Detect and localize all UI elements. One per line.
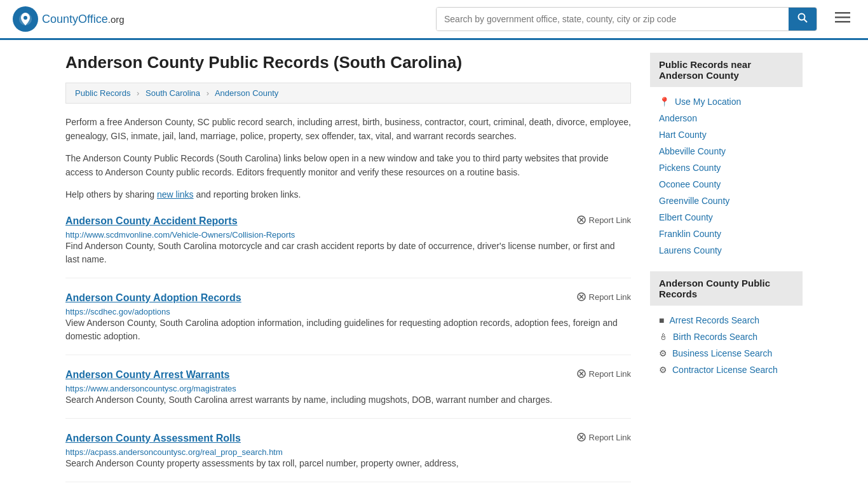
public-record-link-item[interactable]: ⚙ Business License Search [650,345,803,362]
breadcrumb-separator-2: › [207,88,209,98]
record-entry: Anderson County Assessment Rolls Report … [65,433,631,482]
new-links-link[interactable]: new links [157,189,194,200]
record-title[interactable]: Anderson County Accident Reports [65,215,238,227]
page-container: Anderson County Public Records (South Ca… [53,40,815,488]
svg-point-1 [24,16,27,20]
share-description: Help others by sharing new links and rep… [65,187,631,201]
report-link-button[interactable]: Report Link [577,215,631,225]
record-description: Search Anderson County, South Carolina a… [65,393,631,407]
nearby-links-list: AndersonHart CountyAbbeville CountyPicke… [650,110,803,259]
record-description: Search Anderson County property assessme… [65,457,631,470]
public-record-link-item[interactable]: ⚙ Contractor License Search [650,362,803,378]
breadcrumb-separator-1: › [137,88,139,98]
record-entry: Anderson County Accident Reports Report … [65,215,631,278]
site-logo[interactable]: CountyOffice.org [13,6,125,32]
public-records-section: Anderson County Public Records ■ Arrest … [650,271,803,378]
report-link-button[interactable]: Report Link [577,292,631,302]
svg-rect-5 [835,17,850,18]
breadcrumb-anderson-county[interactable]: Anderson County [215,88,278,98]
nearby-link[interactable]: Franklin County [659,229,721,239]
record-url[interactable]: https://www.andersoncountysc.org/magistr… [65,384,236,393]
location-icon: 📍 [659,97,670,107]
nearby-link[interactable]: Elbert County [659,212,713,222]
report-icon [577,215,586,224]
public-record-link[interactable]: Birth Records Search [673,332,757,342]
menu-button[interactable] [830,8,855,30]
sidebar: Public Records near Anderson County 📍 Us… [650,53,803,482]
public-records-title: Anderson County Public Records [650,271,803,306]
editors-description: The Anderson County Public Records (Sout… [65,151,631,180]
search-icon [797,13,808,23]
svg-point-2 [799,14,805,20]
page-title: Anderson County Public Records (South Ca… [65,53,631,72]
public-records-list: ■ Arrest Records Search 🕯 Birth Records … [650,312,803,378]
hamburger-icon [835,12,850,24]
intro-description: Perform a free Anderson County, SC publi… [65,115,631,144]
nearby-link[interactable]: Oconee County [659,179,721,189]
main-content: Anderson County Public Records (South Ca… [65,53,631,482]
record-url[interactable]: https://acpass.andersoncountysc.org/real… [65,447,283,457]
nearby-link[interactable]: Hart County [659,130,707,140]
logo-text: CountyOffice.org [42,13,125,26]
record-entry: Anderson County Adoption Records Report … [65,292,631,355]
report-link-button[interactable]: Report Link [577,433,631,442]
record-url[interactable]: http://www.scdmvonline.com/Vehicle-Owner… [65,230,295,240]
nearby-link[interactable]: Abbeville County [659,146,726,156]
report-icon [577,292,586,301]
record-entry: Anderson County Arrest Warrants Report L… [65,369,631,419]
record-title[interactable]: Anderson County Adoption Records [65,292,241,304]
site-header: CountyOffice.org [0,0,868,40]
search-button[interactable] [789,8,817,30]
public-record-link[interactable]: Contractor License Search [672,365,778,375]
record-type-icon: 🕯 [659,332,668,342]
use-my-location-item[interactable]: 📍 Use My Location [650,93,803,110]
breadcrumb: Public Records › South Carolina › Anders… [65,83,631,104]
breadcrumb-public-records[interactable]: Public Records [75,88,130,98]
nearby-section: Public Records near Anderson County 📍 Us… [650,53,803,259]
search-input[interactable] [437,8,789,30]
nearby-link-item[interactable]: Oconee County [650,176,803,193]
nearby-link-item[interactable]: Anderson [650,110,803,126]
record-type-icon: ⚙ [659,365,667,375]
record-description: View Anderson County, South Carolina ado… [65,316,631,343]
nearby-link[interactable]: Pickens County [659,163,721,173]
nearby-link-item[interactable]: Abbeville County [650,143,803,159]
logo-icon [13,6,38,32]
record-type-icon: ■ [659,315,664,325]
report-icon [577,369,586,378]
svg-line-3 [804,20,808,23]
use-my-location-link[interactable]: Use My Location [675,97,741,107]
public-record-link-item[interactable]: ■ Arrest Records Search [650,312,803,329]
search-bar [436,7,817,31]
public-record-link[interactable]: Business License Search [672,348,772,358]
record-title[interactable]: Anderson County Arrest Warrants [65,369,229,381]
nearby-link-item[interactable]: Laurens County [650,242,803,259]
record-type-icon: ⚙ [659,348,667,358]
nearby-link-item[interactable]: Pickens County [650,159,803,176]
report-link-button[interactable]: Report Link [577,369,631,379]
nearby-link-item[interactable]: Franklin County [650,226,803,242]
svg-rect-4 [835,12,850,14]
nearby-link-item[interactable]: Hart County [650,126,803,143]
record-url[interactable]: https://scdhec.gov/adoptions [65,307,170,316]
records-list: Anderson County Accident Reports Report … [65,215,631,482]
report-icon [577,433,586,442]
breadcrumb-south-carolina[interactable]: South Carolina [146,88,200,98]
nearby-link[interactable]: Anderson [659,113,697,123]
public-record-link-item[interactable]: 🕯 Birth Records Search [650,329,803,345]
nearby-link-item[interactable]: Elbert County [650,209,803,226]
nearby-link[interactable]: Laurens County [659,245,722,255]
nearby-link[interactable]: Greenville County [659,196,729,206]
record-description: Find Anderson County, South Carolina mot… [65,240,631,266]
svg-rect-6 [835,21,850,23]
nearby-link-item[interactable]: Greenville County [650,193,803,209]
public-record-link[interactable]: Arrest Records Search [669,315,759,325]
record-title[interactable]: Anderson County Assessment Rolls [65,433,241,444]
nearby-title: Public Records near Anderson County [650,53,803,87]
